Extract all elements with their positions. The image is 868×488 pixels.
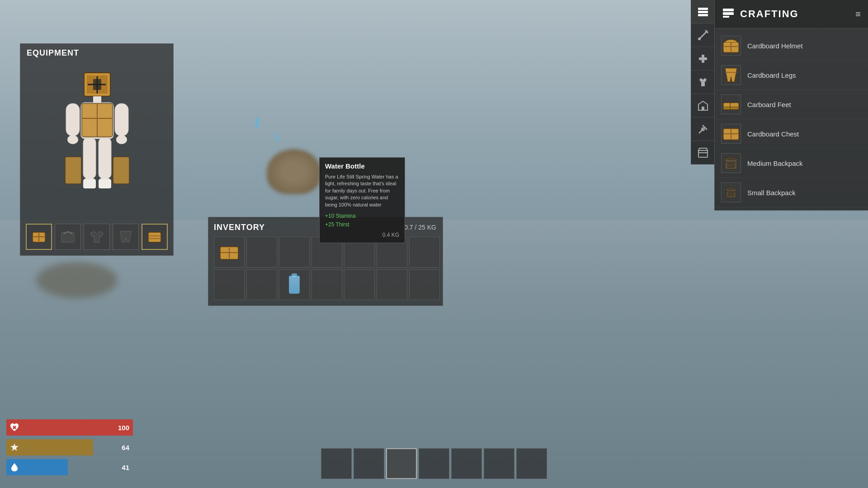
hotbar-slot-7[interactable] (516, 448, 547, 479)
health-bar-bg: 100 (23, 419, 133, 436)
svg-rect-8 (115, 103, 128, 136)
crafting-item-cardboard-feet[interactable]: Carboard Feet (715, 90, 868, 119)
inv-slot-9[interactable] (279, 269, 310, 300)
crafting-tab-building[interactable] (691, 94, 715, 117)
crafting-title: CRAFTING (740, 8, 855, 20)
svg-rect-48 (723, 16, 729, 18)
crafting-tab-layers[interactable] (691, 0, 715, 23)
stamina-bar-fill (23, 439, 93, 455)
heart-icon (9, 422, 19, 432)
crafting-item-small-backpack[interactable]: Small Backpack (715, 178, 868, 207)
crafting-item-name-legs: Cardboard Legs (747, 71, 796, 79)
health-bar-row: 100 (6, 419, 133, 436)
svg-rect-11 (83, 138, 96, 178)
svg-rect-32 (698, 8, 708, 10)
crafting-item-img-helmet (721, 36, 741, 56)
crafting-item-cardboard-chest[interactable]: Cardboard Chest (715, 119, 868, 149)
inv-slot-12[interactable] (377, 269, 407, 300)
inv-slot-11[interactable] (344, 269, 375, 300)
equip-slot-bag[interactable] (142, 224, 168, 250)
inv-slot-8[interactable] (246, 269, 277, 300)
crafting-item-img-feet (721, 94, 741, 114)
crafting-item-medium-backpack[interactable]: Medium Backpack (715, 149, 868, 178)
hotbar-slot-5[interactable] (451, 448, 482, 479)
thirst-bar-row: 41 (6, 459, 133, 475)
svg-line-41 (699, 129, 703, 133)
crafting-header: CRAFTING ≡ (715, 0, 868, 28)
svg-rect-65 (728, 188, 734, 190)
world-item-bottle-2 (276, 134, 278, 142)
item-tooltip: Water Bottle Pure Life Still Spring Wate… (319, 157, 405, 243)
tools-icon (697, 123, 709, 135)
thirst-value: 41 (122, 464, 129, 471)
svg-point-10 (116, 135, 127, 144)
inventory-weight: 0.7 / 25 KG (404, 224, 436, 231)
crafting-item-name-chest: Cardboard Chest (747, 130, 799, 138)
inv-slot-2[interactable] (279, 237, 310, 267)
equip-slot-chest[interactable] (55, 224, 81, 250)
crafting-item-cardboard-helmet[interactable]: Cardboard Helmet (715, 31, 868, 61)
svg-rect-47 (723, 12, 734, 15)
health-icon (6, 419, 23, 436)
crafting-menu-button[interactable]: ≡ (855, 9, 861, 19)
svg-point-37 (698, 38, 701, 40)
equip-slot-shirt[interactable] (84, 224, 110, 250)
layers-icon (697, 6, 709, 18)
svg-rect-40 (702, 107, 704, 110)
svg-rect-61 (726, 157, 735, 160)
thirst-bar-fill (23, 459, 68, 475)
hotbar-slot-1[interactable] (321, 448, 352, 479)
crafting-item-cardboard-legs[interactable]: Cardboard Legs (715, 61, 868, 90)
svg-rect-21 (99, 179, 111, 188)
bg-rock-1 (36, 262, 118, 298)
hotbar-slot-4[interactable] (419, 448, 449, 479)
crafting-panel: CRAFTING ≡ Cardboard Helmet (714, 0, 868, 211)
crafting-tab-clothing[interactable] (691, 70, 715, 94)
crafting-item-name-small-backpack: Small Backpack (747, 189, 796, 197)
inv-slot-1[interactable] (246, 237, 277, 267)
inv-slot-10[interactable] (311, 269, 342, 300)
crafting-item-img-chest (721, 124, 741, 144)
character-model (56, 66, 137, 211)
svg-point-9 (67, 135, 78, 144)
health-bar-fill (23, 419, 133, 436)
medical-icon (697, 53, 709, 65)
equip-slot-helmet[interactable] (26, 224, 52, 250)
crafting-item-name-feet: Carboard Feet (747, 101, 791, 108)
weapon-icon (697, 29, 709, 41)
crafting-tab-weapon[interactable] (691, 23, 715, 47)
equipment-title: EQUIPMENT (27, 48, 79, 58)
svg-rect-56 (730, 107, 739, 110)
inv-slot-0[interactable] (214, 237, 245, 267)
crafting-tab-storage[interactable] (691, 141, 715, 164)
tooltip-stats: +10 Stamina +25 Thirst (325, 212, 399, 229)
health-value: 100 (118, 424, 129, 432)
water-drop-icon (9, 462, 19, 472)
equipment-panel: EQUIPMENT (20, 43, 174, 256)
building-icon (697, 100, 709, 112)
crafting-tabs (691, 0, 714, 164)
equipment-slots (26, 224, 168, 250)
thirst-icon (6, 459, 23, 475)
equip-slot-legs[interactable] (113, 224, 139, 250)
inventory-grid (214, 237, 437, 300)
svg-rect-7 (66, 103, 80, 136)
stamina-bar-row: 64 (6, 439, 133, 455)
svg-rect-63 (727, 163, 734, 168)
inv-slot-6[interactable] (409, 237, 440, 267)
hotbar-slot-3[interactable] (386, 448, 417, 479)
hotbar-slot-6[interactable] (484, 448, 514, 479)
inv-slot-7[interactable] (214, 269, 245, 300)
inv-slot-13[interactable] (409, 269, 440, 300)
crafting-tab-tools[interactable] (691, 117, 715, 141)
water-bottle-item[interactable] (289, 276, 300, 294)
crafting-tab-medical[interactable] (691, 47, 715, 70)
stamina-bar-bg: 64 (23, 439, 133, 455)
storage-icon (697, 147, 709, 159)
tooltip-weight: 0.4 KG (325, 232, 399, 238)
stamina-icon (6, 439, 23, 455)
hotbar-slot-2[interactable] (354, 448, 384, 479)
svg-rect-20 (83, 179, 96, 188)
svg-rect-12 (99, 138, 111, 178)
world-stump (267, 149, 321, 194)
